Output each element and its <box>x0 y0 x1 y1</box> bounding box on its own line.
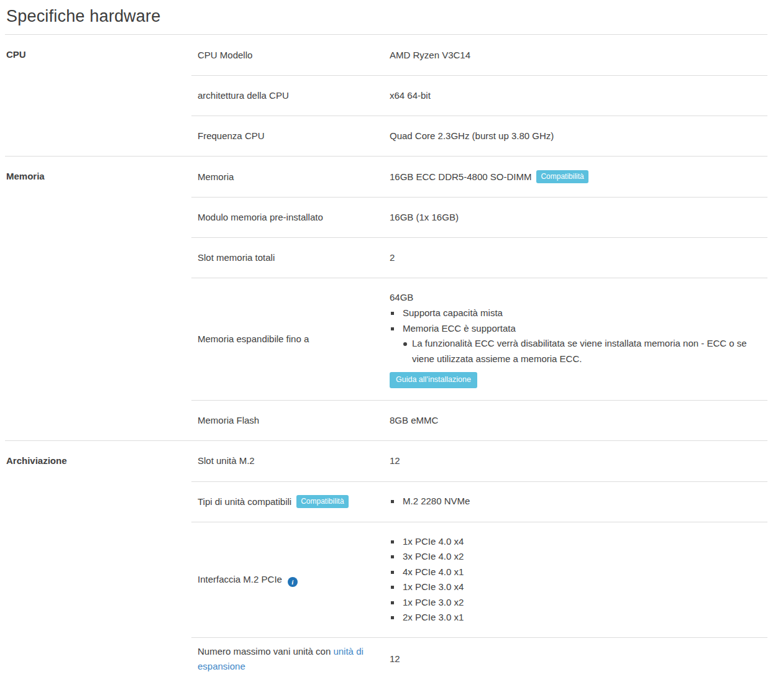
hardware-specs-page: Specifiche hardware CPUCPU ModelloAMD Ry… <box>0 0 778 699</box>
list-item: 1x PCIe 3.0 x4 <box>390 580 761 595</box>
row-label: Interfaccia M.2 PCIei <box>191 572 383 587</box>
row-label: Slot unità M.2 <box>191 453 383 468</box>
section-rows: Memoria16GB ECC DDR5-4800 SO-DIMMCompati… <box>191 157 767 440</box>
value-bullet-list: Supporta capacità mistaMemoria ECC è sup… <box>390 306 761 336</box>
compatibility-badge[interactable]: Compatibilità <box>296 495 348 508</box>
list-item: Supporta capacità mista <box>390 306 761 321</box>
spec-section: CPUCPU ModelloAMD Ryzen V3C14architettur… <box>5 35 767 156</box>
sub-list-item: La funzionalità ECC verrà disabilitata s… <box>390 336 761 366</box>
spec-row: Memoria16GB ECC DDR5-4800 SO-DIMMCompati… <box>191 157 767 197</box>
row-label: Modulo memoria pre-installato <box>191 210 383 225</box>
spec-row: Memoria Flash8GB eMMC <box>191 400 767 440</box>
section-rows: Slot unità M.212Tipi di unità compatibil… <box>191 441 767 680</box>
expansion-unit-link[interactable]: unità di espansione <box>198 646 364 671</box>
row-value: Quad Core 2.3GHz (burst up 3.80 GHz) <box>383 129 767 143</box>
spec-row: Slot unità M.212 <box>191 441 767 481</box>
installation-guide-button[interactable]: Guida all’installazione <box>390 372 477 388</box>
row-label: Tipi di unità compatibiliCompatibilità <box>191 494 383 509</box>
compatibility-badge[interactable]: Compatibilità <box>536 170 588 183</box>
value-intro: 64GB <box>390 290 761 305</box>
list-item: 4x PCIe 4.0 x1 <box>390 565 761 580</box>
value-text: x64 64-bit <box>390 90 431 101</box>
row-label: Memoria <box>191 170 383 184</box>
spec-section: MemoriaMemoria16GB ECC DDR5-4800 SO-DIMM… <box>5 156 767 440</box>
value-bullet-list: M.2 2280 NVMe <box>390 494 761 509</box>
value-text: AMD Ryzen V3C14 <box>390 50 470 60</box>
spec-row: Numero massimo vani unità con unità di e… <box>191 637 767 680</box>
spec-table: CPUCPU ModelloAMD Ryzen V3C14architettur… <box>5 35 767 680</box>
list-item: 2x PCIe 3.0 x1 <box>390 610 761 625</box>
value-text: 16GB (1x 16GB) <box>390 212 459 222</box>
value-bullet-list: 1x PCIe 4.0 x43x PCIe 4.0 x24x PCIe 4.0 … <box>390 534 761 625</box>
section-title: CPU <box>5 35 191 156</box>
row-value: 2 <box>383 250 767 265</box>
value-text: 8GB eMMC <box>390 415 438 425</box>
row-value: 16GB ECC DDR5-4800 SO-DIMMCompatibilità <box>383 170 767 184</box>
row-label: Frequenza CPU <box>191 129 383 143</box>
value-text: Quad Core 2.3GHz (burst up 3.80 GHz) <box>390 130 554 141</box>
value-text: 2 <box>390 252 395 263</box>
row-value: 16GB (1x 16GB) <box>383 210 767 225</box>
spec-row: Interfaccia M.2 PCIei1x PCIe 4.0 x43x PC… <box>191 522 767 637</box>
section-rows: CPU ModelloAMD Ryzen V3C14architettura d… <box>191 35 767 156</box>
row-label: Slot memoria totali <box>191 250 383 265</box>
row-value: 12 <box>383 652 767 666</box>
value-sub-bullet-list: La funzionalità ECC verrà disabilitata s… <box>390 336 761 366</box>
row-value: 64GBSupporta capacità mistaMemoria ECC è… <box>383 290 767 388</box>
row-value: 1x PCIe 4.0 x43x PCIe 4.0 x24x PCIe 4.0 … <box>383 534 767 625</box>
spec-row: Frequenza CPUQuad Core 2.3GHz (burst up … <box>191 116 767 156</box>
list-item: Memoria ECC è supportata <box>390 321 761 337</box>
page-title: Specifiche hardware <box>5 0 767 35</box>
spec-section: ArchiviazioneSlot unità M.212Tipi di uni… <box>5 440 767 680</box>
row-label: Numero massimo vani unità con unità di e… <box>191 644 383 674</box>
row-value: 8GB eMMC <box>383 413 767 428</box>
spec-row: architettura della CPUx64 64-bit <box>191 75 767 116</box>
section-title: Memoria <box>5 157 191 440</box>
row-value: 12 <box>383 453 767 468</box>
value-text: 16GB ECC DDR5-4800 SO-DIMM <box>390 171 531 182</box>
row-label: CPU Modello <box>191 48 383 63</box>
spec-row: CPU ModelloAMD Ryzen V3C14 <box>191 35 767 75</box>
spec-row: Tipi di unità compatibiliCompatibilitàM.… <box>191 481 767 522</box>
value-text: 12 <box>390 455 400 466</box>
row-label: Memoria Flash <box>191 413 383 428</box>
list-item: M.2 2280 NVMe <box>390 494 761 509</box>
list-item: 3x PCIe 4.0 x2 <box>390 549 761 565</box>
row-value: x64 64-bit <box>383 88 767 103</box>
value-text: 12 <box>390 653 400 664</box>
spec-row: Memoria espandibile fino a64GBSupporta c… <box>191 278 767 400</box>
list-item: 1x PCIe 3.0 x2 <box>390 595 761 611</box>
spec-row: Slot memoria totali2 <box>191 237 767 278</box>
section-title: Archiviazione <box>5 441 191 680</box>
list-item: 1x PCIe 4.0 x4 <box>390 534 761 550</box>
row-value: AMD Ryzen V3C14 <box>383 48 767 63</box>
row-label: architettura della CPU <box>191 88 383 103</box>
row-label: Memoria espandibile fino a <box>191 332 383 347</box>
info-icon[interactable]: i <box>288 577 298 587</box>
row-value: M.2 2280 NVMe <box>383 494 767 509</box>
spec-row: Modulo memoria pre-installato16GB (1x 16… <box>191 197 767 237</box>
